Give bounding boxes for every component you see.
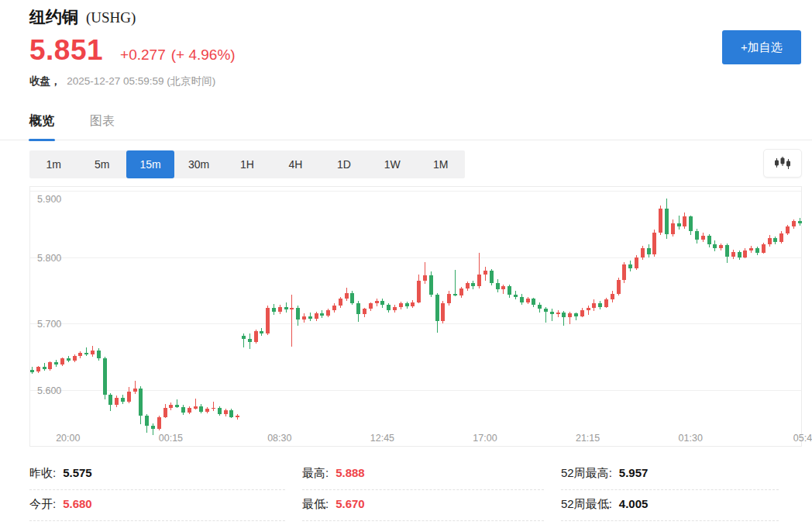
stat-value: 5.888 <box>335 466 365 479</box>
candle-body <box>526 299 530 302</box>
candle-body <box>308 316 312 319</box>
stat-low: 最低: 5.670 <box>302 490 544 521</box>
stat-value: 5.680 <box>63 497 92 510</box>
candle-body <box>562 313 566 317</box>
candle-body <box>514 295 518 297</box>
stat-52w-high: 52周最高: 5.957 <box>561 459 779 490</box>
timeframe-4H[interactable]: 4H <box>271 150 319 178</box>
timeframe-15m[interactable]: 15m <box>126 150 174 178</box>
y-axis-label: 5.900 <box>37 194 61 205</box>
candle-body <box>60 358 64 364</box>
candle-body <box>97 351 101 358</box>
candle-body <box>719 245 723 248</box>
candle-body <box>127 392 131 402</box>
candle-body <box>762 244 766 252</box>
view-tabs: 概览 图表 <box>0 113 812 140</box>
chart-type-button[interactable] <box>763 149 802 178</box>
candle-body <box>254 331 258 342</box>
timeframe-1H[interactable]: 1H <box>223 150 271 178</box>
candle-body <box>792 221 796 226</box>
candle-body <box>54 362 58 364</box>
candle-body <box>296 308 300 320</box>
candle-body <box>701 236 705 240</box>
candle-body <box>713 244 717 248</box>
candle-body <box>332 306 336 310</box>
stat-label: 52周最低: <box>561 497 612 512</box>
candle-body <box>356 303 360 315</box>
candle-body <box>496 283 500 290</box>
candle-body <box>188 408 191 412</box>
candle-body <box>194 406 198 409</box>
candle-body <box>574 313 578 316</box>
candle-body <box>284 307 288 309</box>
candle-body <box>768 238 772 245</box>
x-axis-label: 17:00 <box>473 433 497 444</box>
tab-overview[interactable]: 概览 <box>29 113 54 140</box>
candle-body <box>30 370 34 372</box>
stat-label: 昨收: <box>29 466 56 481</box>
candle-body <box>598 303 602 307</box>
candle-body <box>363 309 366 314</box>
candle-body <box>133 389 137 392</box>
candle-body <box>380 301 384 305</box>
timeframe-30m[interactable]: 30m <box>174 150 222 178</box>
candle-body <box>665 209 669 234</box>
candle-body <box>520 297 524 302</box>
timeframe-1W[interactable]: 1W <box>368 150 416 178</box>
candle-body <box>755 248 759 253</box>
timeframe-1D[interactable]: 1D <box>320 150 368 178</box>
candle-body <box>617 280 621 293</box>
candle-body <box>622 264 626 281</box>
candle-body <box>435 295 439 321</box>
candle-body <box>471 283 475 286</box>
timeframe-1M[interactable]: 1M <box>417 150 465 178</box>
candle-body <box>659 209 662 233</box>
candle-body <box>181 407 185 413</box>
candle-body <box>115 398 119 405</box>
price-change-percent: (+ 4.96%) <box>171 47 236 64</box>
price-change: +0.277 <box>120 47 166 64</box>
candle-body <box>169 405 173 407</box>
page-title: 纽约铜 (USHG) <box>29 6 136 28</box>
candle-body <box>224 410 228 414</box>
last-price: 5.851 <box>29 34 103 67</box>
timeframe-selector: 1m 5m 15m 30m 1H 4H 1D 1W 1M <box>29 150 465 178</box>
candle-body <box>145 416 149 426</box>
instrument-symbol: (USHG) <box>86 9 136 26</box>
candle-body <box>592 303 596 309</box>
y-axis-label: 5.600 <box>37 385 61 396</box>
candlestick-chart[interactable]: 5.9005.8005.7005.60020:0000:1508:3012:45… <box>29 186 812 450</box>
candle-body <box>423 275 427 282</box>
candle-body <box>544 309 548 311</box>
candle-body <box>326 310 330 316</box>
candle-body <box>695 231 699 240</box>
candle-body <box>411 302 415 306</box>
candle-body <box>345 293 349 299</box>
timeframe-1m[interactable]: 1m <box>29 150 77 178</box>
candle-body <box>453 294 457 296</box>
candle-body <box>315 313 318 319</box>
candle-body <box>749 248 753 250</box>
add-watchlist-button[interactable]: +加自选 <box>722 30 801 64</box>
candle-body <box>429 275 433 295</box>
tab-chart[interactable]: 图表 <box>90 113 115 140</box>
instrument-name: 纽约铜 <box>29 8 78 26</box>
candle-body <box>339 299 342 306</box>
candle-body <box>399 303 403 306</box>
candle-body <box>48 362 52 369</box>
candle-body <box>477 275 481 286</box>
candle-body <box>641 248 645 257</box>
stat-value: 5.575 <box>63 466 92 479</box>
candle-body <box>43 367 46 369</box>
close-timestamp: 2025-12-27 05:59:59 (北京时间) <box>67 75 215 87</box>
timeframe-5m[interactable]: 5m <box>77 150 126 178</box>
candle-body <box>483 271 487 275</box>
price-chart: 5.9005.8005.7005.60020:0000:1508:3012:45… <box>29 186 812 450</box>
candle-body <box>199 406 203 412</box>
candle-body <box>490 271 494 283</box>
candle-body <box>375 301 379 303</box>
page-root: { "colors": { "accent": "#2b7dd9", "red_… <box>0 0 812 532</box>
candle-body <box>108 395 112 406</box>
candle-body <box>466 283 470 288</box>
candle-body <box>248 339 252 342</box>
